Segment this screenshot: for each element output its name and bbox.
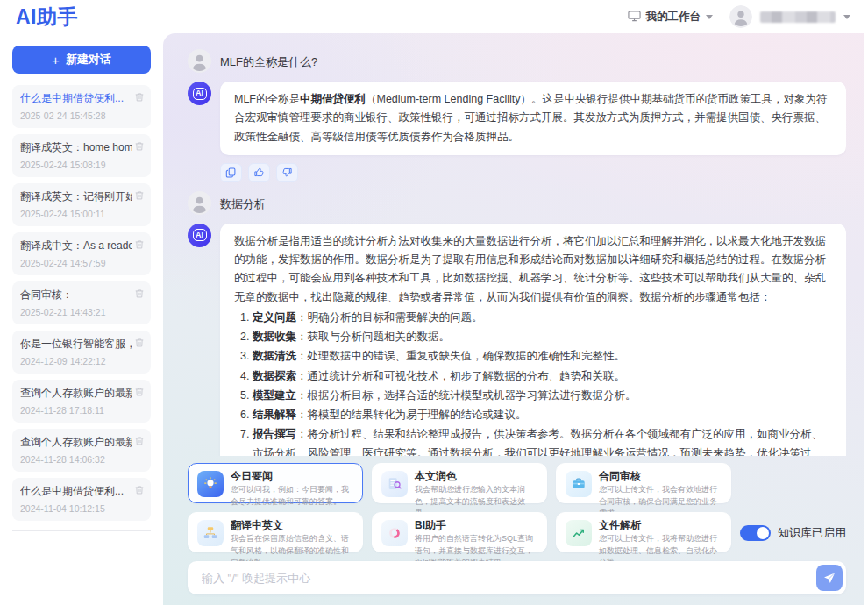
flowchart-icon [197, 520, 224, 546]
conversation-title: 什么是中期借贷便利... [20, 91, 132, 106]
trash-icon[interactable] [134, 189, 145, 201]
step-item: 报告撰写：将分析过程、结果和结论整理成报告，供决策者参考。数据分析在各个领域都有… [253, 425, 832, 456]
knowledge-base-toggle[interactable] [740, 525, 771, 541]
trash-icon[interactable] [134, 484, 145, 495]
conversation-title: 你是一位银行智能客服，... [20, 337, 132, 352]
conversation-time: 2024-11-28 14:06:32 [20, 454, 143, 465]
message-actions [220, 163, 846, 182]
send-button[interactable] [816, 565, 843, 591]
ai-message-bubble: MLF的全称是中期借贷便利（Medium-term Lending Facili… [220, 82, 846, 155]
conversation-time: 2025-02-21 14:43:21 [20, 307, 143, 317]
ai-message-intro: 数据分析是指用适当的统计分析方法对收集来的大量数据进行分析，将它们加以汇总和理解… [234, 232, 832, 307]
card-bi-assistant[interactable]: BI助手 将用户的自然语言转化为SQL查询语句，并直接与数据库进行交互，返回智能… [372, 512, 547, 552]
card-title: 今日要闻 [231, 470, 353, 482]
card-title: 本文润色 [415, 470, 537, 482]
ai-message-row: AI MLF的全称是中期借贷便利（Medium-term Lending Fac… [188, 82, 846, 155]
conversation-title: 翻译成英文：home home [20, 140, 132, 155]
conversation-time: 2024-11-28 17:18:11 [20, 405, 143, 416]
trash-icon[interactable] [134, 337, 145, 348]
card-text: BI助手 将用户的自然语言转化为SQL查询语句，并直接与数据库进行交互，返回智能… [415, 519, 537, 545]
card-title: 合同审核 [599, 470, 722, 482]
chevron-down-icon[interactable] [843, 15, 850, 19]
briefcase-icon [566, 471, 592, 497]
new-chat-label: 新建对话 [66, 52, 111, 68]
step-item: 结果解释：将模型的结果转化为易于理解的结论或建议。 [253, 406, 832, 424]
step-item: 数据收集：获取与分析问题相关的数据。 [253, 328, 832, 346]
conversation-item[interactable]: 翻译成中文：As a reader... 2025-02-24 14:57:59 [12, 232, 151, 275]
ai-badge: AI [193, 229, 207, 241]
sidebar: + 新建对话 什么是中期借贷便利... 2025-02-24 15:45:28 … [0, 33, 163, 605]
conversation-title: 查询个人存款账户的最新... [20, 435, 132, 450]
card-text: 本文润色 我会帮助您进行您输入的文本润色，提高文本的流畅度和表达效果。 [415, 470, 537, 496]
sidebar-divider [12, 530, 151, 531]
knowledge-base-toggle-group: 知识库已启用 [740, 525, 846, 541]
ai-avatar: AI [188, 82, 211, 105]
donut-chart-icon [381, 520, 408, 546]
card-today-news[interactable]: 今日要闻 您可以问我，例如：今日要闻，我会尽力提供准确和可靠的答案。 [188, 463, 363, 503]
my-workspace-menu[interactable]: 我的工作台 [628, 10, 714, 25]
conversation-item[interactable]: 你是一位银行智能客服，... 2024-12-09 14:22:12 [12, 331, 151, 374]
trash-icon[interactable] [134, 435, 145, 446]
copy-icon[interactable] [220, 163, 242, 182]
thumb-down-icon[interactable] [276, 163, 298, 182]
message-input[interactable] [200, 571, 816, 586]
trash-icon[interactable] [134, 238, 145, 250]
message-list: MLF的全称是什么? AI MLF的全称是中期借贷便利（Medium-term … [188, 46, 846, 456]
app-logo: AI助手 [16, 4, 78, 31]
user-message-text: 数据分析 [220, 191, 266, 212]
conversation-title: 什么是中期借贷便利... [20, 484, 132, 499]
quick-actions-row: 今日要闻 您可以问我，例如：今日要闻，我会尽力提供准确和可靠的答案。 本文润色 … [188, 463, 846, 552]
conversation-item[interactable]: 什么是中期借贷便利... 2024-11-04 10:12:15 [12, 478, 151, 521]
step-item: 数据探索：通过统计分析和可视化技术，初步了解数据的分布、趋势和关联。 [253, 367, 832, 386]
ai-message-row: AI 数据分析是指用适当的统计分析方法对收集来的大量数据进行分析，将它们加以汇总… [188, 224, 846, 456]
chevron-down-icon [706, 15, 713, 19]
analysis-steps-list: 定义问题：明确分析的目标和需要解决的问题。 数据收集：获取与分析问题相关的数据。… [234, 309, 832, 456]
step-item: 数据清洗：处理数据中的错误、重复或缺失值，确保数据的准确性和完整性。 [253, 347, 832, 366]
conversation-time: 2025-02-24 15:00:11 [20, 209, 143, 219]
trash-icon[interactable] [134, 386, 145, 397]
conversation-item[interactable]: 什么是中期借贷便利... 2025-02-24 15:45:28 [12, 85, 151, 128]
conversation-item[interactable]: 查询个人存款账户的最新... 2024-11-28 14:06:32 [12, 429, 151, 472]
conversation-time: 2025-02-24 14:57:59 [20, 258, 143, 268]
conversation-item[interactable]: 合同审核： 2025-02-21 14:43:21 [12, 281, 151, 324]
trash-icon[interactable] [134, 91, 145, 103]
polish-doc-icon [381, 471, 408, 497]
ai-badge: AI [193, 88, 207, 100]
conversation-title: 查询个人存款账户的最新... [20, 386, 132, 401]
conversation-time: 2025-02-24 15:08:19 [20, 160, 143, 170]
thumb-up-icon[interactable] [248, 163, 270, 182]
trash-icon[interactable] [134, 288, 145, 299]
conversation-title: 翻译成英文：记得刚开始... [20, 189, 132, 204]
topbar-right: 我的工作台 [628, 5, 851, 28]
card-file-parse[interactable]: 文件解析 您可以上传文件，我将帮助您进行如数据处理、信息检索、自动化办公等。 [556, 512, 731, 552]
card-title: 翻译中英文 [231, 519, 353, 531]
card-title: BI助手 [415, 519, 537, 531]
toggle-knob [757, 527, 769, 539]
knowledge-base-label: 知识库已启用 [778, 525, 846, 541]
quick-action-cards: 今日要闻 您可以问我，例如：今日要闻，我会尽力提供准确和可靠的答案。 本文润色 … [188, 463, 731, 552]
user-avatar [188, 49, 211, 73]
card-text-polish[interactable]: 本文润色 我会帮助您进行您输入的文本润色，提高文本的流畅度和表达效果。 [372, 463, 547, 503]
conversation-item[interactable]: 翻译成英文：home home 2025-02-24 15:08:19 [12, 134, 151, 177]
username-redacted [760, 11, 836, 23]
new-chat-button[interactable]: + 新建对话 [12, 46, 151, 74]
conversation-item[interactable]: 查询个人存款账户的最新... 2024-11-28 17:18:11 [12, 380, 151, 423]
card-text: 今日要闻 您可以问我，例如：今日要闻，我会尽力提供准确和可靠的答案。 [231, 470, 353, 496]
ai-message-text: MLF的全称是中期借贷便利（Medium-term Lending Facili… [234, 90, 832, 146]
card-text: 合同审核 您可以上传文件，我会有效地进行合同审核，确保合同满足您的业务需求。 [599, 470, 722, 496]
card-contract-review[interactable]: 合同审核 您可以上传文件，我会有效地进行合同审核，确保合同满足您的业务需求。 [556, 463, 731, 503]
user-avatar[interactable] [729, 5, 752, 28]
card-title: 文件解析 [599, 519, 722, 531]
trash-icon[interactable] [134, 140, 145, 152]
conversation-time: 2025-02-24 15:45:28 [20, 110, 143, 121]
lightbulb-icon [197, 471, 224, 497]
message-input-bar [188, 561, 846, 594]
card-translate[interactable]: 翻译中英文 我会旨在保留原始信息的含义、语气和风格，以确保翻译的准确性和自然流畅… [188, 512, 363, 552]
card-text: 翻译中英文 我会旨在保留原始信息的含义、语气和风格，以确保翻译的准确性和自然流畅… [231, 519, 353, 545]
step-item: 模型建立：根据分析目标，选择合适的统计模型或机器学习算法进行数据分析。 [253, 387, 832, 405]
conversation-item[interactable]: 翻译成英文：记得刚开始... 2025-02-24 15:00:11 [12, 183, 151, 226]
chat-main: MLF的全称是什么? AI MLF的全称是中期借贷便利（Medium-term … [163, 33, 864, 605]
card-desc: 您可以问我，例如：今日要闻，我会尽力提供准确和可靠的答案。 [231, 484, 353, 508]
user-avatar [188, 191, 211, 215]
ai-avatar: AI [188, 224, 211, 247]
